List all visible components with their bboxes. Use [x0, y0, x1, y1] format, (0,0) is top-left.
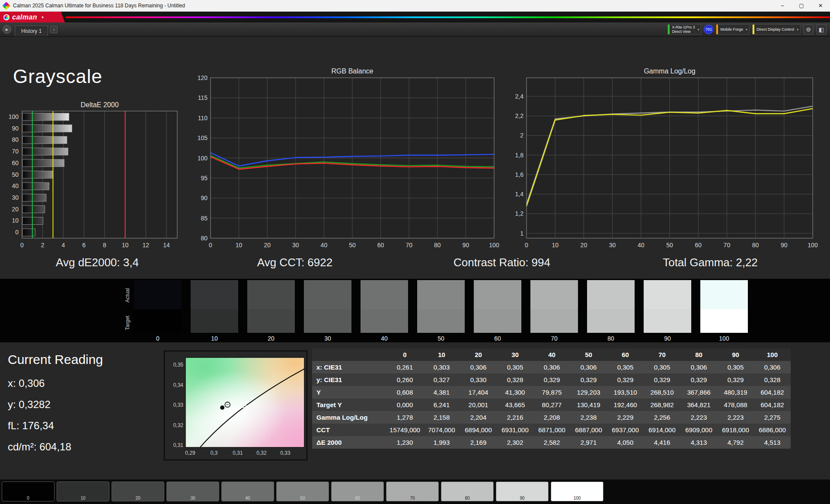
- table-cell: 2,275: [754, 411, 791, 424]
- svg-text:90: 90: [12, 125, 19, 132]
- svg-text:1,4: 1,4: [515, 191, 524, 198]
- patch-button-40[interactable]: 40: [221, 482, 274, 501]
- table-cell: 0,306: [754, 361, 791, 373]
- table-cell: 0,305: [497, 361, 533, 373]
- swatch-actual: [134, 280, 182, 309]
- table-cell: 43,665: [497, 399, 533, 411]
- swatch-label: 10: [191, 335, 238, 342]
- history-forward-button[interactable]: ›: [50, 26, 57, 33]
- table-cell: 2,223: [680, 411, 717, 424]
- patch-label: 0: [2, 495, 54, 501]
- measurement-table: 0102030405060708090100x: CIE310,2610,303…: [312, 348, 791, 449]
- meter-dropdown[interactable]: X-Rite i1Pro 3 Direct View ▾: [667, 24, 701, 35]
- table-header-0: 0: [386, 348, 423, 361]
- patch-button-30[interactable]: 30: [166, 482, 219, 501]
- patch-button-50[interactable]: 50: [276, 482, 329, 501]
- patch-button-80[interactable]: 80: [441, 482, 494, 501]
- svg-text:0,33: 0,33: [173, 402, 184, 408]
- tab-history-1[interactable]: History 1: [15, 26, 48, 36]
- svg-text:100: 100: [198, 155, 208, 162]
- meter-count-badge[interactable]: 701: [704, 25, 713, 34]
- svg-text:40: 40: [12, 182, 19, 189]
- swatch-actual: [304, 280, 351, 309]
- patch-button-70[interactable]: 70: [386, 482, 439, 501]
- spectrum-stripe: [66, 16, 830, 18]
- window-controls: – ▢ ✕: [773, 0, 830, 11]
- table-cell: 0,329: [607, 373, 644, 386]
- table-cell: 0,329: [644, 373, 680, 386]
- display-control-dropdown[interactable]: Direct Display Control ▾: [752, 24, 801, 35]
- table-cell: 0,306: [460, 361, 497, 373]
- svg-text:0: 0: [209, 242, 212, 249]
- brand-bar: calman ▾: [0, 12, 830, 22]
- svg-text:100: 100: [808, 242, 818, 249]
- swatch-target: [247, 309, 295, 333]
- table-cell: 2,256: [644, 411, 680, 424]
- settings-gear-button[interactable]: ⚙: [803, 24, 814, 35]
- history-play-button[interactable]: ▶: [3, 25, 11, 34]
- table-cell: 20,001: [460, 399, 497, 411]
- patch-label: 100: [551, 495, 603, 501]
- source-dropdown[interactable]: Mobile Forge ▾: [716, 24, 750, 35]
- current-reading-title: Current Reading: [8, 352, 103, 367]
- svg-text:90: 90: [201, 195, 208, 201]
- calman-app-icon: [2, 2, 10, 10]
- swatch-label: 100: [700, 335, 748, 342]
- table-cell: 130,419: [570, 399, 607, 411]
- patch-button-20[interactable]: 20: [112, 482, 164, 501]
- table-cell: 478,088: [717, 399, 754, 411]
- close-button[interactable]: ✕: [811, 0, 830, 11]
- cie-xy-chart-svg: 0,310,320,330,340,350,290,30,310,320,33: [161, 349, 310, 463]
- deltae-2000-chart: 024681012141009080706050403020100DeltaE …: [0, 100, 195, 252]
- patch-button-90[interactable]: 90: [496, 482, 549, 501]
- swatch-actual: [361, 280, 408, 309]
- svg-text:50: 50: [666, 242, 673, 249]
- patch-color: [167, 482, 219, 495]
- swatch-actual: [247, 280, 295, 309]
- swatch-target: [644, 309, 691, 333]
- svg-text:6: 6: [82, 242, 86, 249]
- contrast-ratio-stat: Contrast Ratio: 994: [453, 256, 550, 269]
- deltae-bar: [22, 182, 49, 190]
- table-cell: 6887,000: [570, 424, 607, 436]
- cie-measured-point: [220, 405, 224, 410]
- svg-text:10: 10: [552, 242, 559, 249]
- gamma-chart-svg: 010203040506070809010011,21,41,61,822,22…: [506, 65, 828, 253]
- swatch-label: 40: [361, 335, 408, 342]
- grayscale-swatch-60: 60: [474, 280, 521, 342]
- table-cell: 2,158: [423, 411, 460, 424]
- swatch-label: 20: [247, 335, 295, 342]
- patch-label: 40: [222, 495, 274, 501]
- patch-button-100[interactable]: 100: [551, 482, 603, 501]
- table-cell: 0,305: [717, 361, 754, 373]
- patch-button-10[interactable]: 10: [57, 482, 109, 501]
- svg-text:70: 70: [724, 242, 731, 249]
- swatch-target: [417, 309, 465, 333]
- svg-text:50: 50: [12, 171, 19, 178]
- svg-text:85: 85: [201, 215, 208, 222]
- grayscale-swatch-40: 40: [361, 280, 408, 342]
- svg-text:0,3: 0,3: [211, 450, 218, 456]
- table-cell: 0,306: [680, 361, 717, 373]
- current-reading-panel: Current Reading x: 0,306 y: 0,3282 fL: 1…: [8, 352, 103, 462]
- table-cell: 6909,000: [680, 424, 717, 436]
- patch-button-0[interactable]: 0: [2, 482, 54, 501]
- patch-color: [332, 482, 383, 495]
- table-row-label: x: CIE31: [312, 361, 386, 373]
- minimize-button[interactable]: –: [773, 0, 792, 11]
- maximize-button[interactable]: ▢: [792, 0, 811, 11]
- svg-text:80: 80: [752, 242, 759, 249]
- patch-button-60[interactable]: 60: [331, 482, 384, 501]
- table-cell: 193,510: [607, 386, 644, 399]
- table-cell: 0,330: [460, 373, 497, 386]
- patch-color: [112, 482, 164, 495]
- table-cell: 41,300: [497, 386, 533, 399]
- table-cell: 0,305: [607, 361, 644, 373]
- page-title: Grayscale: [13, 66, 102, 87]
- workspace-toggle-button[interactable]: ◧: [816, 24, 827, 35]
- svg-text:20: 20: [581, 242, 587, 249]
- swatch-actual: [474, 280, 521, 309]
- grayscale-swatch-70: 70: [530, 280, 578, 342]
- calman-logo[interactable]: calman ▾: [0, 12, 65, 22]
- table-header-80: 80: [680, 348, 717, 361]
